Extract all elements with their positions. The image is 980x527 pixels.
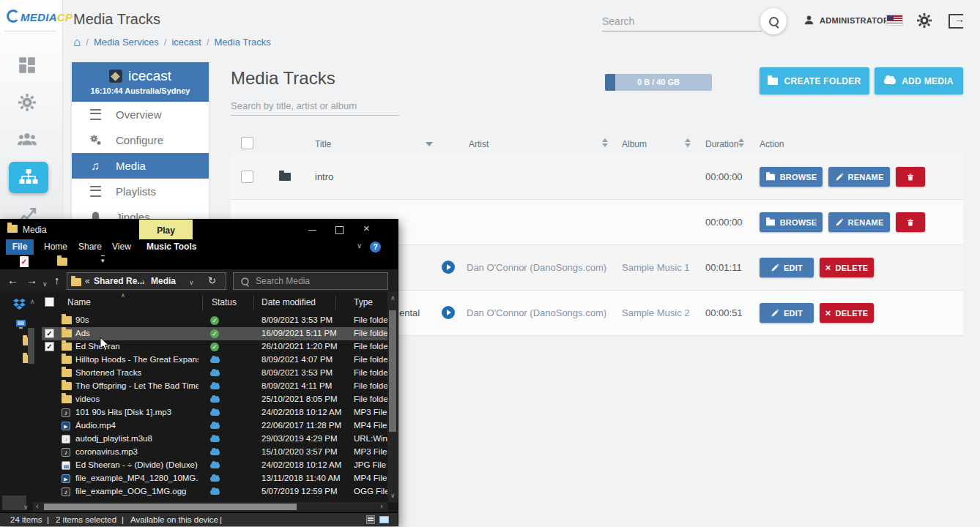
sort-icon[interactable] — [738, 138, 744, 147]
file-row[interactable]: ✓ Ed Sheeran ✓ 26/10/2021 1:20 PM File f… — [42, 340, 387, 354]
file-name[interactable]: Hilltop Hoods - The Great Expanse (20... — [75, 355, 198, 364]
column-type[interactable]: Type — [354, 297, 373, 307]
sidebar-item-configure[interactable]: Configure — [72, 127, 209, 153]
file-name[interactable]: Áudio.mp4 — [75, 421, 116, 430]
scroll-left-icon[interactable]: ‹ — [36, 501, 39, 510]
users-icon[interactable] — [18, 130, 37, 149]
media-services-item-active[interactable] — [9, 162, 48, 193]
up-icon[interactable]: ↑ — [54, 274, 60, 287]
column-date-modified[interactable]: Date modified — [261, 297, 316, 307]
address-parent[interactable]: Shared Re... — [94, 276, 144, 286]
rename-button[interactable]: RENAME — [828, 212, 890, 232]
sort-icon[interactable] — [685, 138, 691, 147]
tab-view[interactable]: View — [112, 239, 131, 255]
sidebar-item-media[interactable]: ♫Media — [72, 153, 209, 179]
file-row[interactable]: ✓ The Offspring - Let The Bad Times Roll… — [42, 380, 387, 393]
global-search-input[interactable]: Search — [602, 12, 762, 31]
settings-gear-icon[interactable] — [916, 12, 932, 29]
file-row[interactable]: ✓ ♪ 101 90s Hits [Disk 1].mp3 24/02/2018… — [42, 406, 387, 419]
file-name[interactable]: Ads — [75, 329, 90, 337]
explorer-titlebar[interactable]: Media Play × — [0, 220, 398, 239]
file-name[interactable]: 101 90s Hits [Disk 1].mp3 — [75, 408, 171, 416]
refresh-icon[interactable]: ↻ — [208, 275, 216, 286]
file-row[interactable]: ✓ ▶ file_example_MP4_1280_10MG.mp4 13/11… — [42, 472, 387, 485]
file-row[interactable]: ✓ ♪ autodj_playlist.m3u8 29/03/2019 4:29… — [42, 433, 387, 446]
home-icon[interactable]: ⌂ — [73, 37, 81, 47]
tab-music-tools[interactable]: Music Tools — [146, 239, 196, 255]
file-name[interactable]: The Offspring - Let The Bad Times Roll..… — [75, 381, 198, 390]
address-current[interactable]: Media — [151, 276, 176, 286]
play-button[interactable] — [442, 261, 455, 274]
language-flag-us[interactable] — [887, 15, 902, 25]
browse-button[interactable]: BROWSE — [760, 167, 823, 187]
column-duration[interactable]: Duration — [705, 139, 738, 149]
column-name[interactable]: Name — [67, 297, 91, 307]
vertical-scrollbar[interactable]: ∧ ∨ — [387, 292, 398, 502]
help-icon[interactable]: ? — [370, 242, 381, 253]
row-title-fragment[interactable]: ental — [399, 307, 420, 318]
column-status[interactable]: Status — [212, 297, 237, 307]
settings-icon[interactable] — [18, 93, 37, 112]
collapse-ribbon-icon[interactable]: ∨ — [357, 242, 362, 250]
sidebar-item-overview[interactable]: Overview — [72, 102, 209, 127]
address-dropdown-icon[interactable]: ∨ — [189, 279, 194, 286]
tab-home[interactable]: Home — [44, 239, 67, 255]
delete-button[interactable]: ×DELETE — [820, 258, 874, 277]
file-row[interactable]: ✓ ▶ Áudio.mp4 22/06/2017 11:28 PM MP4 Fi… — [42, 419, 387, 433]
rename-button[interactable]: RENAME — [828, 167, 890, 187]
column-title[interactable]: Title — [315, 139, 331, 149]
column-album[interactable]: Album — [622, 139, 647, 149]
file-row[interactable]: ✓ Hilltop Hoods - The Great Expanse (20.… — [42, 354, 387, 367]
row-checkbox[interactable] — [241, 171, 253, 183]
tab-file[interactable]: File — [6, 239, 34, 255]
sort-icon[interactable] — [602, 138, 608, 147]
file-explorer-window[interactable]: Media Play × File Home Share View Music … — [0, 220, 398, 526]
thumbnail-view-icon[interactable] — [379, 516, 389, 523]
nav-scroll-down-icon[interactable]: ∨ — [23, 504, 29, 511]
sort-desc-icon[interactable] — [426, 142, 433, 146]
horizontal-scrollbar[interactable]: ‹ › — [33, 502, 387, 512]
mediacp-logo[interactable]: MEDIACP — [7, 10, 73, 23]
recent-locations-icon[interactable]: ∨ — [42, 277, 48, 291]
details-view-icon[interactable] — [366, 515, 375, 524]
column-artist[interactable]: Artist — [469, 139, 489, 149]
row-title[interactable]: intro — [315, 171, 333, 182]
file-row[interactable]: ✓ Ads ✓ 16/09/2021 5:11 PM File folder — [42, 327, 387, 340]
add-media-button[interactable]: ADD MEDIA — [875, 67, 963, 94]
file-row[interactable]: ✓ ♪ file_example_OOG_1MG.ogg 5/07/2019 1… — [42, 485, 387, 498]
search-button[interactable] — [760, 8, 787, 34]
file-row[interactable]: ✓ videos 25/10/2021 8:05 PM File folder — [42, 393, 387, 406]
breadcrumb-media-services[interactable]: Media Services — [94, 37, 159, 48]
file-name[interactable]: Shortened Tracks — [75, 368, 141, 377]
scrollbar-thumb[interactable] — [44, 504, 297, 510]
breadcrumb-icecast[interactable]: icecast — [171, 37, 201, 48]
nav-scrollbar[interactable] — [28, 328, 34, 364]
new-folder-icon[interactable] — [57, 258, 67, 266]
file-row[interactable]: ✓ Ed Sheeran - ÷ (Divide) (Deluxe) (2017… — [42, 459, 387, 472]
file-name[interactable]: Ed Sheeran — [75, 342, 120, 351]
edit-button[interactable]: EDIT — [760, 303, 814, 323]
scrollbar-thumb[interactable] — [389, 310, 396, 432]
file-row[interactable]: ✓ 90s ✓ 8/09/2021 3:53 PM File folder — [42, 314, 387, 327]
back-icon[interactable]: ← — [7, 274, 18, 287]
explorer-search[interactable]: Search Media — [233, 272, 388, 290]
create-folder-button[interactable]: CREATE FOLDER — [760, 67, 869, 94]
file-name[interactable]: videos — [75, 395, 100, 403]
delete-folder-button[interactable] — [896, 212, 925, 232]
address-bar[interactable]: « Shared Re... › Media ∨ ↻ — [67, 272, 226, 290]
select-all-checkbox[interactable] — [45, 297, 54, 307]
delete-button[interactable]: ×DELETE — [820, 303, 874, 323]
select-all-checkbox[interactable] — [241, 137, 253, 149]
browse-button[interactable]: BROWSE — [760, 212, 823, 232]
play-button[interactable] — [442, 306, 455, 319]
media-search-input[interactable]: Search by title, artist or album — [231, 97, 399, 116]
file-name[interactable]: file_example_MP4_1280_10MG.mp4 — [75, 474, 198, 482]
row-checkbox[interactable]: ✓ — [45, 329, 54, 338]
row-checkbox[interactable]: ✓ — [45, 342, 54, 351]
edit-button[interactable]: EDIT — [760, 258, 814, 277]
tab-share[interactable]: Share — [78, 239, 102, 255]
file-row[interactable]: ✓ ♪ coronavirus.mp3 15/10/2020 3:57 PM M… — [42, 446, 387, 459]
scroll-right-icon[interactable]: › — [380, 501, 383, 510]
properties-icon[interactable]: ✓ — [20, 256, 29, 267]
file-name[interactable]: 90s — [75, 315, 89, 324]
